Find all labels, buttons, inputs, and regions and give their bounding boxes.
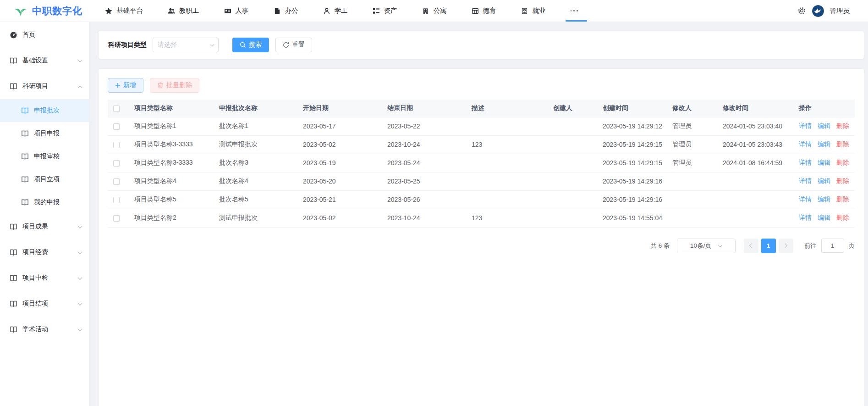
sidebar: 首页 基础设置 科研项目: [0, 22, 89, 406]
delete-link[interactable]: 删除: [836, 159, 849, 166]
sidebar-item-declare-review[interactable]: 申报审核: [0, 145, 89, 168]
cell-creator: [548, 172, 597, 190]
delete-link[interactable]: 删除: [836, 140, 849, 148]
nav-item-employment[interactable]: 就业: [509, 0, 558, 22]
row-checkbox[interactable]: [113, 215, 120, 222]
cell-batch-name: 测试申报批次: [214, 209, 297, 227]
detail-link[interactable]: 详情: [799, 214, 812, 221]
header-cell-modify-time: 修改时间: [717, 100, 793, 117]
delete-link[interactable]: 删除: [836, 177, 849, 184]
nav-item-student[interactable]: 学工: [311, 0, 360, 22]
delete-link[interactable]: 删除: [836, 214, 849, 221]
cell-modifier: 管理员: [667, 135, 717, 154]
reset-button[interactable]: 重置: [275, 38, 312, 52]
sidebar-item-project-funds[interactable]: 项目经费: [0, 239, 89, 265]
edit-link[interactable]: 编辑: [818, 140, 830, 148]
edit-link[interactable]: 编辑: [818, 159, 830, 166]
main-content: 科研项目类型 请选择 搜索 重置: [89, 22, 868, 406]
gear-icon[interactable]: [797, 6, 806, 15]
sidebar-item-research-projects[interactable]: 科研项目: [0, 73, 89, 99]
edit-link[interactable]: 编辑: [818, 195, 830, 203]
table-panel: 新增 批量删除: [99, 69, 864, 406]
book-icon: [10, 326, 17, 334]
select-all-checkbox[interactable]: [113, 106, 120, 112]
edit-link[interactable]: 编辑: [818, 214, 830, 221]
row-checkbox[interactable]: [113, 142, 120, 148]
nav-item-dorm[interactable]: 公寓: [410, 0, 459, 22]
row-checkbox[interactable]: [113, 123, 120, 130]
book-icon: [10, 300, 17, 308]
edit-link[interactable]: 编辑: [818, 177, 830, 184]
prev-page-button[interactable]: [744, 239, 758, 253]
nav-item-office[interactable]: 办公: [261, 0, 311, 22]
cell-modify-time: 2024-01-05 23:03:43: [717, 135, 793, 154]
sidebar-item-my-declarations[interactable]: 我的申报: [0, 191, 89, 214]
nav-item-assets[interactable]: 资产: [360, 0, 410, 22]
nav-item-more[interactable]: [558, 0, 594, 22]
row-checkbox[interactable]: [113, 178, 120, 185]
cell-description: 123: [466, 135, 548, 154]
sidebar-item-project-declare[interactable]: 项目申报: [0, 122, 89, 145]
add-button[interactable]: 新增: [108, 78, 143, 93]
header-cell-create-time: 创建时间: [597, 100, 667, 117]
sidebar-item-academic-activities[interactable]: 学术活动: [0, 317, 89, 342]
header-cell-start-date: 开始日期: [297, 100, 382, 117]
book-icon: [10, 83, 17, 90]
nav-item-staff[interactable]: 教职工: [155, 0, 212, 22]
sidebar-item-project-closure[interactable]: 项目结项: [0, 291, 89, 317]
edit-link[interactable]: 编辑: [818, 122, 830, 129]
batch-delete-button[interactable]: 批量删除: [150, 78, 199, 93]
header-cell-end-date: 结束日期: [382, 100, 466, 117]
detail-link[interactable]: 详情: [799, 177, 812, 184]
next-page-button[interactable]: [779, 239, 793, 253]
header-cell-type-name: 项目类型名称: [129, 100, 214, 117]
book-icon: [10, 249, 17, 256]
asset-list-icon: [373, 7, 380, 15]
sidebar-item-home[interactable]: 首页: [0, 22, 89, 48]
app-root: 中职数字化 基础平台 教职工 人事: [0, 0, 868, 406]
cell-modifier: [667, 209, 717, 227]
book-icon: [21, 153, 29, 161]
cell-batch-name: 批次名称3: [214, 154, 297, 172]
row-checkbox[interactable]: [113, 197, 120, 203]
detail-link[interactable]: 详情: [799, 195, 812, 203]
row-checkbox[interactable]: [113, 160, 120, 167]
search-button[interactable]: 搜索: [232, 38, 269, 52]
cell-creator: [548, 190, 597, 209]
cell-start-date: 2023-05-19: [297, 154, 382, 172]
nav-item-hr[interactable]: 人事: [212, 0, 261, 22]
detail-link[interactable]: 详情: [799, 159, 812, 166]
id-card-icon: [224, 7, 231, 15]
cell-actions: 详情 编辑 删除: [793, 154, 855, 172]
detail-link[interactable]: 详情: [799, 122, 812, 129]
header-cell-modifier: 修改人: [667, 100, 717, 117]
book-icon: [21, 176, 29, 184]
page-number-button[interactable]: 1: [761, 239, 776, 253]
detail-link[interactable]: 详情: [799, 140, 812, 148]
badge-icon: [521, 7, 528, 15]
sidebar-item-project-results[interactable]: 项目成果: [0, 214, 89, 239]
cell-modify-time: [717, 209, 793, 227]
table-body: 项目类型名称1 批次名称1 2023-05-17 2023-05-22 2023…: [108, 117, 855, 227]
goto-page-input[interactable]: [821, 239, 844, 253]
nav-item-platform[interactable]: 基础平台: [93, 0, 155, 22]
sidebar-item-basic-settings[interactable]: 基础设置: [0, 48, 89, 73]
sidebar-item-declare-batch[interactable]: 申报批次: [0, 99, 89, 122]
cell-creator: [548, 135, 597, 154]
nav-item-moral[interactable]: 德育: [459, 0, 509, 22]
delete-link[interactable]: 删除: [836, 195, 849, 203]
table-row: 项目类型名称3-3333 测试申报批次 2023-05-02 2023-10-2…: [108, 135, 855, 154]
student-icon: [323, 7, 330, 15]
cell-create-time: 2023-05-19 14:29:16: [597, 190, 667, 209]
sidebar-item-project-midcheck[interactable]: 项目中检: [0, 265, 89, 291]
current-user-name[interactable]: 管理员: [830, 6, 850, 15]
avatar[interactable]: [812, 5, 824, 17]
pagination: 共 6 条 10条/页 1 前往 页: [108, 239, 855, 253]
sidebar-item-project-approval[interactable]: 项目立项: [0, 168, 89, 191]
project-type-select[interactable]: 请选择: [153, 38, 219, 52]
chevron-down-icon: [78, 58, 82, 62]
page-size-select[interactable]: 10条/页: [677, 239, 736, 253]
cell-end-date: 2023-10-24: [382, 135, 466, 154]
chevron-down-icon: [78, 250, 82, 254]
delete-link[interactable]: 删除: [836, 122, 849, 129]
